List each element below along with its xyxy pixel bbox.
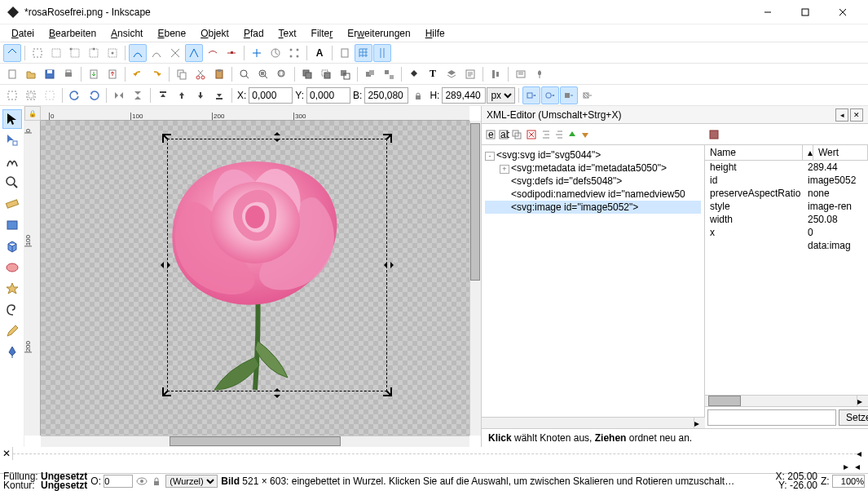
import-button[interactable]: [85, 65, 103, 83]
zoom-fit-button[interactable]: [236, 65, 253, 83]
xml-editor-button[interactable]: [461, 65, 479, 83]
pen-tool[interactable]: [2, 343, 22, 362]
scale-handle-ne[interactable]: [381, 133, 393, 144]
ungroup-button[interactable]: [380, 65, 398, 83]
xml-tree-scrollbar[interactable]: ▸: [482, 417, 705, 428]
rotate-cw-button[interactable]: [85, 86, 103, 104]
flip-v-button[interactable]: [129, 86, 147, 104]
xml-node[interactable]: <sodipodi:namedview id="namedview50: [485, 188, 701, 201]
text-dialog-button[interactable]: T: [424, 65, 442, 83]
layer-visible-button[interactable]: [136, 476, 148, 487]
snap-enable-button[interactable]: [3, 44, 21, 62]
layer-lock-button[interactable]: [151, 476, 162, 487]
palette-scroll-right[interactable]: ▸: [844, 461, 855, 472]
xml-attr-row[interactable]: x0: [705, 226, 868, 239]
snap-text-baseline-button[interactable]: A: [311, 44, 328, 62]
prefs-button[interactable]: [512, 65, 530, 83]
ellipse-tool[interactable]: [2, 258, 22, 277]
snap-bbox-button[interactable]: [29, 44, 46, 62]
undo-button[interactable]: [129, 65, 147, 83]
xml-attr-list[interactable]: height289.44idimage5052preserveAspectRat…: [705, 161, 868, 395]
palette-menu-button[interactable]: ◂: [855, 461, 866, 472]
snap-grid-button[interactable]: [355, 44, 372, 62]
xml-up-button[interactable]: [566, 129, 578, 140]
xml-attr-row[interactable]: preserveAspectRationone: [705, 187, 868, 200]
cut-button[interactable]: [192, 65, 209, 83]
canvas-viewport[interactable]: [41, 121, 469, 436]
panel-minimize-button[interactable]: ◂: [835, 108, 848, 122]
selection-box[interactable]: [167, 139, 387, 391]
menu-ansicht[interactable]: Ansicht: [104, 26, 149, 41]
snap-guide-button[interactable]: [373, 44, 391, 62]
scale-handle-w[interactable]: [160, 259, 171, 271]
snap-page-button[interactable]: [336, 44, 354, 62]
snap-bbox-center-button[interactable]: [104, 44, 121, 62]
new-button[interactable]: [3, 65, 21, 83]
xml-new-element-button[interactable]: e: [485, 129, 496, 140]
canvas-scrollbar-v[interactable]: [469, 121, 481, 436]
snap-bbox-mid-button[interactable]: [85, 44, 103, 62]
xml-attr-row[interactable]: width250.08: [705, 213, 868, 226]
xml-tree[interactable]: -<svg:svg id="svg5044">+<svg:metadata id…: [482, 145, 705, 417]
attr-header-name[interactable]: Name: [705, 145, 803, 160]
zoom-tool[interactable]: [2, 173, 22, 192]
snap-midpoint-button[interactable]: [223, 44, 240, 62]
select-all-button[interactable]: [3, 86, 21, 104]
zoom-page-button[interactable]: [273, 65, 291, 83]
transform-corners-button[interactable]: [541, 86, 559, 104]
maximize-button[interactable]: [786, 1, 824, 24]
group-button[interactable]: [361, 65, 379, 83]
export-button[interactable]: [104, 65, 121, 83]
menu-text[interactable]: Text: [272, 26, 303, 41]
selector-tool[interactable]: [2, 109, 22, 129]
unit-select[interactable]: px: [487, 87, 515, 104]
canvas-scrollbar-h[interactable]: [41, 436, 469, 447]
zoom-input[interactable]: [832, 475, 865, 488]
menu-hilfe[interactable]: Hilfe: [419, 26, 452, 41]
node-tool[interactable]: [2, 130, 22, 150]
transform-gradient-button[interactable]: [560, 86, 578, 104]
xml-attr-row[interactable]: idimage5052: [705, 174, 868, 187]
menu-erweiterungen[interactable]: Erweiterungen: [341, 26, 416, 41]
snap-intersect-button[interactable]: [166, 44, 184, 62]
menu-ebene[interactable]: Ebene: [151, 26, 192, 41]
xml-indent-button[interactable]: [540, 129, 552, 140]
transform-pattern-button[interactable]: [579, 86, 597, 104]
attr-header-value[interactable]: Wert: [813, 145, 868, 160]
opacity-input[interactable]: [104, 475, 133, 488]
measure-tool[interactable]: [2, 194, 22, 214]
layers-button[interactable]: [443, 65, 460, 83]
star-tool[interactable]: [2, 279, 22, 299]
scale-handle-nw[interactable]: [161, 133, 173, 144]
close-button[interactable]: [824, 1, 861, 24]
h-input[interactable]: [442, 87, 486, 104]
layer-select[interactable]: (Wurzel): [165, 475, 218, 488]
lock-button[interactable]: [409, 86, 427, 104]
menu-bearbeiten[interactable]: Bearbeiten: [42, 26, 103, 41]
xml-attr-set-button[interactable]: Setzen: [839, 409, 868, 426]
unlink-clone-button[interactable]: [336, 65, 354, 83]
menu-objekt[interactable]: Objekt: [194, 26, 236, 41]
xml-attr-scrollbar[interactable]: ▸: [705, 395, 868, 406]
w-input[interactable]: [364, 87, 408, 104]
xml-attr-row[interactable]: height289.44: [705, 161, 868, 174]
snap-smooth-button[interactable]: [204, 44, 222, 62]
xml-attr-delete-button[interactable]: [708, 129, 720, 140]
align-button[interactable]: [487, 65, 504, 83]
rect-tool[interactable]: [2, 215, 22, 235]
select-all-layers-button[interactable]: [22, 86, 40, 104]
duplicate-button[interactable]: [298, 65, 316, 83]
fill-stroke-button[interactable]: [405, 65, 423, 83]
flip-h-button[interactable]: [110, 86, 128, 104]
snap-center-button[interactable]: [248, 44, 266, 62]
snap-bbox-edge-button[interactable]: [47, 44, 65, 62]
rotate-ccw-button[interactable]: [66, 86, 84, 104]
xml-attr-value-input[interactable]: [707, 409, 836, 426]
xml-attr-row[interactable]: data:imag: [705, 239, 868, 252]
xml-delete-button[interactable]: [526, 129, 537, 140]
raise-button[interactable]: [173, 86, 191, 104]
snap-bbox-corner-button[interactable]: [66, 44, 84, 62]
lower-bottom-button[interactable]: [210, 86, 228, 104]
redo-button[interactable]: [148, 65, 165, 83]
menu-pfad[interactable]: Pfad: [237, 26, 271, 41]
